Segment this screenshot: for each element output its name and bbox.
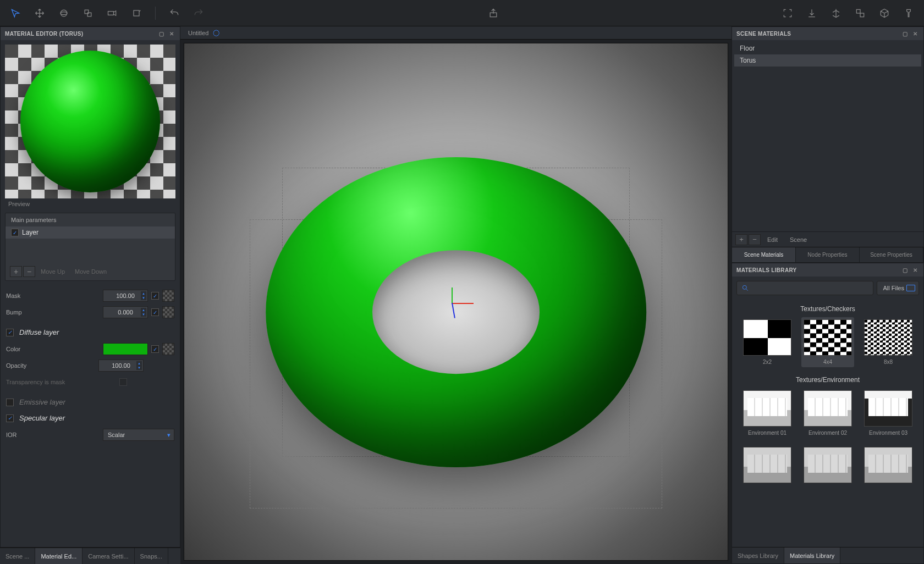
tab-materials-library[interactable]: Materials Library [784, 548, 840, 563]
svg-point-9 [743, 285, 746, 289]
library-item[interactable]: Environment 01 [741, 388, 794, 438]
library-item[interactable] [862, 445, 915, 485]
add-material-button[interactable]: + [735, 234, 747, 245]
svg-rect-2 [85, 10, 89, 14]
light-tool-button[interactable] [127, 3, 146, 23]
tab-camera-settings[interactable]: Camera Setti... [82, 548, 134, 564]
bump-texture-slot[interactable] [162, 306, 174, 318]
scale-tool-button[interactable] [78, 3, 98, 23]
search-icon [741, 284, 749, 292]
viewmode-button[interactable] [850, 3, 870, 23]
tab-scene[interactable]: Scene ... [0, 548, 35, 564]
svg-rect-8 [860, 13, 864, 17]
diffuse-color-swatch[interactable] [103, 343, 148, 355]
bump-enable-checkbox[interactable] [151, 308, 159, 316]
layer-name: Layer [22, 229, 38, 236]
library-item[interactable]: 2x2 [741, 317, 794, 367]
library-item[interactable]: 4x4 [801, 317, 854, 367]
material-preview: Preview [1, 40, 180, 211]
materials-library-header: MATERIALS LIBRARY ▢ ✕ [732, 263, 923, 277]
layers-header: Main parameters [6, 213, 175, 226]
panel-title: MATERIAL EDITOR (TORUS) [5, 31, 83, 37]
navigate-tool-button[interactable] [6, 3, 25, 23]
library-section-title: Textures/Environment [732, 374, 923, 388]
left-bottom-tabs: Scene ... Material Ed... Camera Setti...… [0, 548, 180, 564]
emissive-enable-checkbox[interactable] [6, 399, 14, 406]
wireframe-button[interactable] [875, 3, 894, 23]
document-tab[interactable]: Untitled ◯ [180, 26, 227, 39]
undo-button[interactable] [164, 3, 184, 23]
close-icon[interactable]: ✕ [168, 30, 175, 37]
add-layer-button[interactable]: + [10, 266, 22, 277]
close-document-icon[interactable]: ◯ [213, 29, 219, 36]
tab-shapes-library[interactable]: Shapes Library [732, 548, 784, 563]
ior-mode-select[interactable]: Scalar [103, 429, 174, 441]
viewport[interactable] [184, 43, 728, 561]
tab-scene-properties[interactable]: Scene Properties [860, 247, 923, 262]
render-button[interactable] [899, 3, 919, 23]
redo-button[interactable] [189, 3, 208, 23]
opacity-input[interactable]: 100.00▲▼ [98, 360, 144, 372]
bump-input[interactable]: 0.000▲▼ [103, 306, 148, 318]
specular-enable-checkbox[interactable] [6, 414, 14, 422]
torus-object[interactable] [266, 157, 646, 467]
tab-snapshots[interactable]: Snaps... [135, 548, 168, 564]
library-filter-select[interactable]: All Files [877, 281, 919, 295]
layer-visible-checkbox[interactable] [11, 229, 19, 236]
scene-material-item[interactable]: Torus [734, 54, 921, 67]
specular-section-header[interactable]: Specular layer [1, 408, 180, 424]
transparency-mask-checkbox[interactable] [119, 378, 127, 386]
maximize-icon[interactable]: ▢ [901, 30, 909, 37]
opacity-label: Opacity [6, 362, 51, 369]
document-tabs: Untitled ◯ [180, 26, 732, 40]
mask-input[interactable]: 100.00▲▼ [103, 290, 148, 302]
maximize-icon[interactable]: ▢ [158, 30, 166, 37]
tab-scene-materials[interactable]: Scene Materials [732, 247, 796, 262]
diffuse-color-texture-slot[interactable] [162, 343, 174, 355]
transparency-mask-label: Transparency is mask [6, 379, 65, 385]
close-icon[interactable]: ✕ [911, 266, 919, 274]
library-search-input[interactable] [736, 281, 873, 295]
move-tool-button[interactable] [30, 3, 50, 23]
library-item[interactable] [801, 445, 854, 485]
preview-label: Preview [5, 198, 175, 209]
scene-material-button[interactable]: Scene [784, 236, 812, 243]
svg-rect-3 [87, 13, 91, 16]
layers-list: Main parameters Layer + − Move Up Move D… [5, 213, 175, 281]
library-item[interactable]: 8x8 [862, 317, 915, 367]
frame-button[interactable] [778, 3, 798, 23]
move-down-button[interactable]: Move Down [70, 268, 111, 275]
emissive-section-header[interactable]: Emissive layer [1, 392, 180, 408]
scene-materials-header: SCENE MATERIALS ▢ ✕ [732, 27, 923, 40]
camera-tool-button[interactable] [102, 3, 122, 23]
library-item[interactable]: Environment 02 [801, 388, 854, 438]
library-item[interactable]: Environment 03 [862, 388, 915, 438]
color-label: Color [6, 346, 51, 352]
remove-material-button[interactable]: − [749, 234, 761, 245]
share-button[interactable] [483, 3, 503, 23]
library-section-title: Textures/Checkers [732, 303, 923, 317]
svg-point-0 [61, 10, 67, 16]
diffuse-section-header[interactable]: Diffuse layer [1, 323, 180, 339]
svg-rect-4 [108, 11, 114, 15]
remove-layer-button[interactable]: − [23, 266, 35, 277]
mask-label: Mask [6, 292, 51, 299]
transform-button[interactable] [826, 3, 846, 23]
mask-texture-slot[interactable] [162, 290, 174, 302]
layer-row[interactable]: Layer [6, 226, 175, 239]
library-item[interactable] [741, 445, 794, 485]
diffuse-enable-checkbox[interactable] [6, 329, 14, 336]
svg-rect-5 [134, 10, 139, 16]
scene-material-item[interactable]: Floor [734, 42, 921, 54]
mask-enable-checkbox[interactable] [151, 292, 159, 300]
move-up-button[interactable]: Move Up [36, 268, 69, 275]
download-button[interactable] [802, 3, 822, 23]
tab-material-editor[interactable]: Material Ed... [35, 548, 82, 564]
rotate-tool-button[interactable] [54, 3, 74, 23]
close-icon[interactable]: ✕ [911, 30, 919, 37]
edit-material-button[interactable]: Edit [762, 236, 783, 243]
material-editor-header: MATERIAL EDITOR (TORUS) ▢ ✕ [1, 27, 180, 40]
diffuse-color-enable-checkbox[interactable] [151, 345, 159, 353]
tab-node-properties[interactable]: Node Properties [796, 247, 860, 262]
maximize-icon[interactable]: ▢ [901, 266, 909, 274]
